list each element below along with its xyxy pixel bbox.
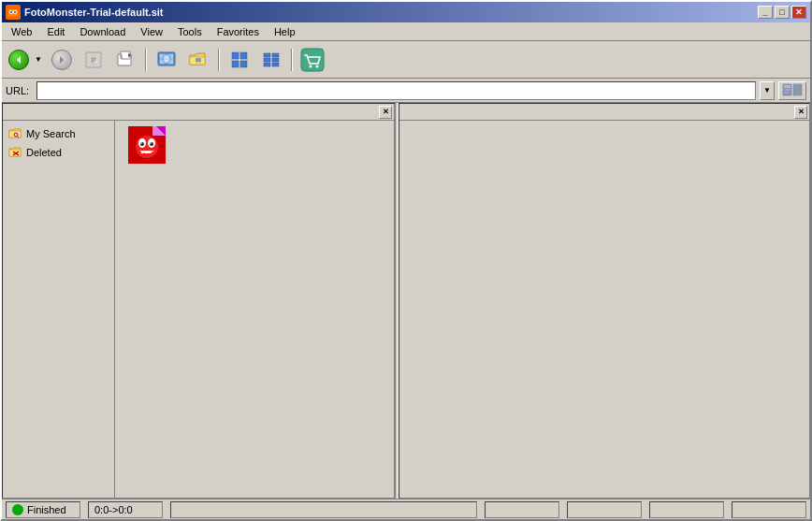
menu-download[interactable]: Download (72, 24, 133, 39)
right-pane-header: ✕ (399, 104, 809, 121)
left-pane-close-button[interactable]: ✕ (379, 106, 392, 119)
toolbar-separator-2 (218, 49, 220, 71)
svg-rect-39 (784, 89, 790, 91)
main-area: ✕ My Search (2, 103, 810, 499)
right-pane-close-button[interactable]: ✕ (794, 106, 807, 119)
app-icon (6, 5, 21, 20)
tree-item-deleted[interactable]: Deleted (7, 143, 110, 162)
maximize-button[interactable]: □ (775, 6, 790, 19)
status-empty-2 (485, 501, 559, 518)
menu-help[interactable]: Help (267, 24, 303, 39)
status-indicator (12, 504, 23, 515)
status-counter-label: 0:0->0:0 (94, 504, 133, 515)
svg-rect-26 (240, 61, 247, 67)
network-button[interactable] (152, 46, 181, 74)
svg-point-3 (10, 11, 12, 13)
menu-favorites[interactable]: Favorites (210, 24, 267, 39)
svg-rect-40 (784, 92, 789, 94)
svg-rect-58 (149, 151, 152, 153)
svg-rect-56 (141, 151, 144, 153)
status-empty-3 (567, 501, 642, 518)
export-button[interactable] (110, 46, 140, 74)
file-panel (115, 121, 394, 498)
svg-rect-24 (240, 52, 247, 59)
window-title: FotoMonster-Trial-default.sit (24, 7, 758, 18)
url-dropdown-button[interactable]: ▼ (760, 81, 775, 100)
svg-rect-30 (272, 53, 279, 57)
svg-rect-27 (264, 53, 270, 57)
menu-edit[interactable]: Edit (39, 24, 72, 39)
status-empty-4 (649, 501, 724, 518)
svg-rect-28 (264, 58, 270, 62)
list-item[interactable] (119, 124, 175, 166)
tree-item-deleted-label: Deleted (26, 147, 62, 158)
toolbar-separator-3 (291, 49, 293, 71)
status-state-section: Finished (6, 501, 80, 518)
forward-button[interactable] (47, 46, 77, 74)
svg-rect-29 (264, 63, 270, 66)
stop-button[interactable] (79, 46, 109, 74)
svg-rect-21 (196, 58, 201, 62)
menu-bar: Web Edit Download View Tools Favorites H… (2, 22, 810, 41)
svg-point-55 (150, 142, 152, 144)
tree-item-my-search[interactable]: My Search (7, 124, 110, 143)
svg-point-54 (140, 142, 142, 144)
svg-rect-25 (232, 61, 239, 67)
svg-point-35 (316, 65, 319, 67)
title-bar: FotoMonster-Trial-default.sit _ □ ✕ (2, 2, 810, 22)
svg-rect-33 (301, 49, 324, 71)
status-empty-5 (732, 501, 806, 518)
tree-item-my-search-label: My Search (26, 128, 76, 139)
back-dropdown-button[interactable]: ▼ (32, 46, 45, 74)
svg-rect-38 (784, 85, 790, 88)
svg-point-49 (136, 136, 158, 158)
menu-web[interactable]: Web (4, 24, 39, 39)
status-counter-section: 0:0->0:0 (88, 501, 163, 518)
menu-tools[interactable]: Tools (170, 24, 210, 39)
menu-view[interactable]: View (133, 24, 170, 39)
left-pane: ✕ My Search (2, 103, 395, 499)
url-go-button[interactable] (778, 81, 806, 100)
svg-rect-41 (793, 84, 802, 95)
window-controls: _ □ ✕ (758, 6, 806, 19)
svg-point-34 (310, 65, 312, 67)
tree-panel: My Search Deleted (3, 121, 115, 498)
svg-rect-32 (272, 63, 279, 66)
main-window: FotoMonster-Trial-default.sit _ □ ✕ Web … (0, 0, 812, 521)
svg-marker-5 (17, 56, 21, 64)
cart-button[interactable] (297, 46, 327, 74)
panes-container: ✕ My Search (2, 103, 810, 499)
url-bar: URL: ▼ (2, 79, 810, 103)
folder-button[interactable] (183, 46, 213, 74)
svg-marker-6 (60, 56, 64, 64)
status-empty-1 (170, 501, 477, 518)
right-pane: ✕ (399, 103, 810, 499)
svg-rect-31 (272, 58, 279, 62)
url-label: URL: (6, 85, 29, 96)
status-state-label: Finished (27, 504, 66, 515)
toolbar-separator-1 (145, 49, 147, 71)
url-input[interactable] (36, 81, 756, 100)
list-view-button[interactable] (256, 46, 286, 74)
right-pane-content (399, 121, 809, 498)
svg-rect-23 (232, 52, 239, 59)
left-pane-header: ✕ (3, 104, 394, 121)
minimize-button[interactable]: _ (758, 6, 773, 19)
grid-view-button[interactable] (225, 46, 254, 74)
svg-point-4 (14, 11, 16, 13)
status-bar: Finished 0:0->0:0 (2, 499, 810, 519)
close-button[interactable]: ✕ (791, 6, 806, 19)
toolbar: ▼ (2, 41, 810, 79)
left-pane-content: My Search Deleted (3, 121, 394, 498)
svg-rect-0 (7, 8, 19, 17)
back-button[interactable] (6, 46, 32, 74)
svg-rect-57 (145, 151, 148, 153)
